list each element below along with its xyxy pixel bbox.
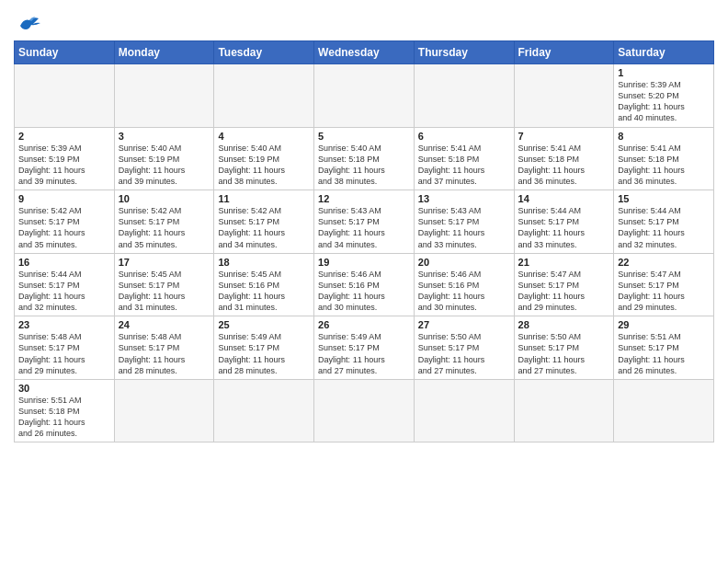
day-info: Sunrise: 5:43 AM Sunset: 5:17 PM Dayligh… — [318, 205, 410, 250]
day-info: Sunrise: 5:45 AM Sunset: 5:16 PM Dayligh… — [218, 269, 310, 314]
calendar-cell: 27Sunrise: 5:50 AM Sunset: 5:17 PM Dayli… — [414, 316, 514, 380]
day-info: Sunrise: 5:39 AM Sunset: 5:19 PM Dayligh… — [18, 143, 110, 188]
calendar-cell: 16Sunrise: 5:44 AM Sunset: 5:17 PM Dayli… — [15, 253, 115, 316]
day-info: Sunrise: 5:48 AM Sunset: 5:17 PM Dayligh… — [18, 331, 110, 376]
header — [14, 9, 714, 33]
calendar-cell: 24Sunrise: 5:48 AM Sunset: 5:17 PM Dayli… — [114, 316, 214, 380]
calendar-cell — [414, 64, 514, 128]
day-info: Sunrise: 5:40 AM Sunset: 5:19 PM Dayligh… — [218, 143, 310, 188]
day-info: Sunrise: 5:43 AM Sunset: 5:17 PM Dayligh… — [418, 205, 510, 250]
calendar-cell: 29Sunrise: 5:51 AM Sunset: 5:17 PM Dayli… — [614, 316, 714, 380]
calendar-row-2: 9Sunrise: 5:42 AM Sunset: 5:17 PM Daylig… — [15, 190, 714, 254]
calendar-cell: 5Sunrise: 5:40 AM Sunset: 5:18 PM Daylig… — [314, 127, 415, 190]
calendar-cell — [114, 64, 214, 128]
day-number: 7 — [518, 131, 610, 142]
day-number: 25 — [218, 319, 310, 330]
calendar-cell: 28Sunrise: 5:50 AM Sunset: 5:17 PM Dayli… — [514, 316, 614, 380]
calendar-cell: 30Sunrise: 5:51 AM Sunset: 5:18 PM Dayli… — [15, 379, 115, 442]
day-number: 4 — [218, 131, 310, 142]
day-info: Sunrise: 5:47 AM Sunset: 5:17 PM Dayligh… — [618, 269, 710, 314]
calendar-cell — [314, 379, 415, 442]
day-number: 9 — [18, 193, 110, 204]
day-number: 23 — [18, 319, 110, 330]
calendar-cell: 22Sunrise: 5:47 AM Sunset: 5:17 PM Dayli… — [614, 253, 714, 316]
day-number: 3 — [119, 131, 210, 142]
day-number: 19 — [318, 257, 410, 268]
calendar-cell: 11Sunrise: 5:42 AM Sunset: 5:17 PM Dayli… — [214, 190, 314, 254]
calendar-cell — [514, 379, 614, 442]
day-info: Sunrise: 5:40 AM Sunset: 5:19 PM Dayligh… — [119, 143, 210, 188]
calendar-cell: 15Sunrise: 5:44 AM Sunset: 5:17 PM Dayli… — [614, 190, 714, 254]
day-number: 29 — [618, 319, 710, 330]
day-info: Sunrise: 5:41 AM Sunset: 5:18 PM Dayligh… — [518, 143, 610, 188]
calendar-cell — [214, 379, 314, 442]
day-number: 27 — [418, 319, 510, 330]
calendar-cell — [314, 64, 415, 128]
calendar-cell — [214, 64, 314, 128]
weekday-header-tuesday: Tuesday — [214, 41, 314, 64]
calendar-cell: 7Sunrise: 5:41 AM Sunset: 5:18 PM Daylig… — [514, 127, 614, 190]
day-number: 10 — [119, 193, 210, 204]
weekday-header-friday: Friday — [514, 41, 614, 64]
day-info: Sunrise: 5:40 AM Sunset: 5:18 PM Dayligh… — [318, 143, 410, 188]
day-number: 17 — [119, 257, 210, 268]
weekday-header-sunday: Sunday — [15, 41, 115, 64]
day-info: Sunrise: 5:42 AM Sunset: 5:17 PM Dayligh… — [218, 205, 310, 250]
calendar-cell: 23Sunrise: 5:48 AM Sunset: 5:17 PM Dayli… — [15, 316, 115, 380]
day-info: Sunrise: 5:46 AM Sunset: 5:16 PM Dayligh… — [318, 269, 410, 314]
day-info: Sunrise: 5:42 AM Sunset: 5:17 PM Dayligh… — [18, 205, 110, 250]
calendar-row-3: 16Sunrise: 5:44 AM Sunset: 5:17 PM Dayli… — [15, 253, 714, 316]
calendar-cell — [414, 379, 514, 442]
day-info: Sunrise: 5:46 AM Sunset: 5:16 PM Dayligh… — [418, 269, 510, 314]
day-number: 21 — [518, 257, 610, 268]
calendar-cell: 6Sunrise: 5:41 AM Sunset: 5:18 PM Daylig… — [414, 127, 514, 190]
day-number: 22 — [618, 257, 710, 268]
weekday-header-monday: Monday — [114, 41, 214, 64]
day-info: Sunrise: 5:41 AM Sunset: 5:18 PM Dayligh… — [618, 143, 710, 188]
calendar-cell: 14Sunrise: 5:44 AM Sunset: 5:17 PM Dayli… — [514, 190, 614, 254]
calendar-cell: 21Sunrise: 5:47 AM Sunset: 5:17 PM Dayli… — [514, 253, 614, 316]
calendar-cell — [614, 379, 714, 442]
day-number: 20 — [418, 257, 510, 268]
calendar-row-0: 1Sunrise: 5:39 AM Sunset: 5:20 PM Daylig… — [15, 64, 714, 128]
calendar-cell: 17Sunrise: 5:45 AM Sunset: 5:17 PM Dayli… — [114, 253, 214, 316]
calendar-row-5: 30Sunrise: 5:51 AM Sunset: 5:18 PM Dayli… — [15, 379, 714, 442]
day-number: 2 — [18, 131, 110, 142]
calendar-cell — [114, 379, 214, 442]
calendar-row-1: 2Sunrise: 5:39 AM Sunset: 5:19 PM Daylig… — [15, 127, 714, 190]
day-info: Sunrise: 5:44 AM Sunset: 5:17 PM Dayligh… — [618, 205, 710, 250]
day-info: Sunrise: 5:45 AM Sunset: 5:17 PM Dayligh… — [119, 269, 210, 314]
calendar-cell: 1Sunrise: 5:39 AM Sunset: 5:20 PM Daylig… — [614, 64, 714, 128]
day-number: 15 — [618, 193, 710, 204]
logo — [14, 9, 42, 33]
calendar-cell: 8Sunrise: 5:41 AM Sunset: 5:18 PM Daylig… — [614, 127, 714, 190]
page: SundayMondayTuesdayWednesdayThursdayFrid… — [0, 0, 728, 563]
calendar-cell — [514, 64, 614, 128]
day-info: Sunrise: 5:50 AM Sunset: 5:17 PM Dayligh… — [418, 331, 510, 376]
day-info: Sunrise: 5:44 AM Sunset: 5:17 PM Dayligh… — [518, 205, 610, 250]
day-number: 8 — [618, 131, 710, 142]
calendar-row-4: 23Sunrise: 5:48 AM Sunset: 5:17 PM Dayli… — [15, 316, 714, 380]
day-info: Sunrise: 5:42 AM Sunset: 5:17 PM Dayligh… — [119, 205, 210, 250]
day-number: 28 — [518, 319, 610, 330]
day-info: Sunrise: 5:48 AM Sunset: 5:17 PM Dayligh… — [119, 331, 210, 376]
calendar-cell: 3Sunrise: 5:40 AM Sunset: 5:19 PM Daylig… — [114, 127, 214, 190]
weekday-header-saturday: Saturday — [614, 41, 714, 64]
weekday-header-row: SundayMondayTuesdayWednesdayThursdayFrid… — [15, 41, 714, 64]
calendar-cell: 4Sunrise: 5:40 AM Sunset: 5:19 PM Daylig… — [214, 127, 314, 190]
day-number: 6 — [418, 131, 510, 142]
calendar-cell: 26Sunrise: 5:49 AM Sunset: 5:17 PM Dayli… — [314, 316, 415, 380]
day-number: 1 — [618, 67, 710, 78]
day-info: Sunrise: 5:49 AM Sunset: 5:17 PM Dayligh… — [218, 331, 310, 376]
day-info: Sunrise: 5:41 AM Sunset: 5:18 PM Dayligh… — [418, 143, 510, 188]
calendar-cell: 18Sunrise: 5:45 AM Sunset: 5:16 PM Dayli… — [214, 253, 314, 316]
calendar-cell — [15, 64, 115, 128]
calendar-cell: 9Sunrise: 5:42 AM Sunset: 5:17 PM Daylig… — [15, 190, 115, 254]
calendar-table: SundayMondayTuesdayWednesdayThursdayFrid… — [14, 40, 714, 442]
calendar-cell: 2Sunrise: 5:39 AM Sunset: 5:19 PM Daylig… — [15, 127, 115, 190]
calendar-cell: 12Sunrise: 5:43 AM Sunset: 5:17 PM Dayli… — [314, 190, 415, 254]
calendar-cell: 25Sunrise: 5:49 AM Sunset: 5:17 PM Dayli… — [214, 316, 314, 380]
day-number: 14 — [518, 193, 610, 204]
calendar-cell: 10Sunrise: 5:42 AM Sunset: 5:17 PM Dayli… — [114, 190, 214, 254]
calendar-cell: 13Sunrise: 5:43 AM Sunset: 5:17 PM Dayli… — [414, 190, 514, 254]
